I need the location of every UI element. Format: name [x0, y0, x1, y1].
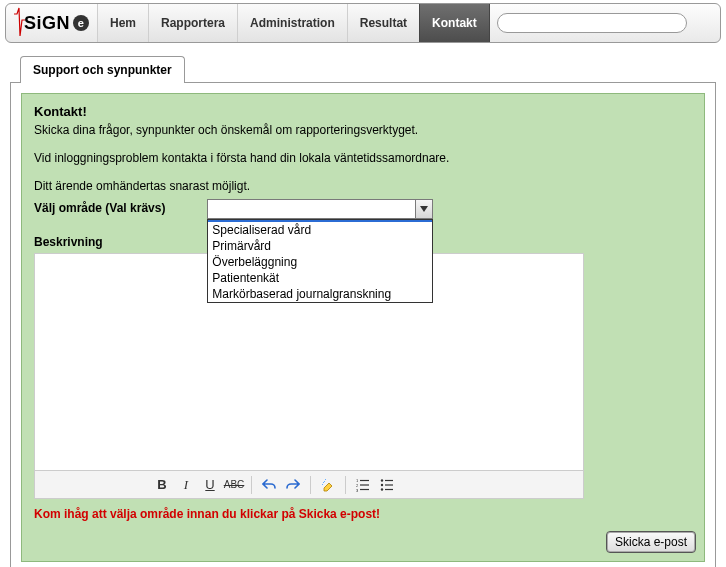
italic-button[interactable]: I — [175, 474, 197, 496]
undo-button[interactable] — [258, 474, 280, 496]
logo-pulse-icon — [12, 6, 26, 42]
nav-tab-label: Administration — [250, 16, 335, 30]
section-tab-support[interactable]: Support och synpunkter — [20, 56, 185, 83]
svg-point-10 — [381, 488, 383, 490]
area-select-wrap: Specialiserad vård Primärvård Överbelägg… — [207, 199, 433, 219]
redo-button[interactable] — [282, 474, 304, 496]
nav-tab-administration[interactable]: Administration — [237, 4, 348, 42]
undo-icon — [262, 478, 276, 492]
bold-button[interactable]: B — [151, 474, 173, 496]
area-select[interactable] — [207, 199, 433, 219]
area-label: Välj område (Val krävs) — [34, 199, 204, 215]
area-dropdown: Specialiserad vård Primärvård Överbelägg… — [207, 219, 433, 303]
editor-toolbar: B I U ABC — [34, 471, 584, 499]
area-option-markorbaserad[interactable]: Markörbaserad journalgranskning — [208, 286, 432, 302]
reminder-text: Kom ihåg att välja område innan du klick… — [34, 507, 692, 521]
svg-point-9 — [381, 483, 383, 485]
svg-point-8 — [381, 479, 383, 481]
area-row: Välj område (Val krävs) Specialiserad vå… — [34, 199, 692, 219]
send-button-label: Skicka e-post — [615, 535, 687, 549]
nav-tab-label: Resultat — [360, 16, 407, 30]
area-select-toggle[interactable] — [415, 200, 432, 218]
logo-suffix-badge: e — [73, 15, 89, 31]
content-panel: Kontakt! Skicka dina frågor, synpunkter … — [10, 82, 716, 567]
unordered-list-icon — [380, 478, 394, 492]
area-option-overbelaggning[interactable]: Överbeläggning — [208, 254, 432, 270]
area-option-specialiserad[interactable]: Specialiserad vård — [208, 222, 432, 238]
area-option-primarvard[interactable]: Primärvård — [208, 238, 432, 254]
toolbar-separator — [345, 476, 346, 494]
send-email-button[interactable]: Skicka e-post — [606, 531, 696, 553]
unordered-list-button[interactable] — [376, 474, 398, 496]
nav-tab-resultat[interactable]: Resultat — [347, 4, 420, 42]
area-option-patientenkat[interactable]: Patientenkät — [208, 270, 432, 286]
page-body: Support och synpunkter Kontakt! Skicka d… — [0, 43, 726, 567]
nav-tab-rapportera[interactable]: Rapportera — [148, 4, 238, 42]
description-label: Beskrivning — [34, 233, 204, 249]
section-tab-label: Support och synpunkter — [33, 63, 172, 77]
nav-tab-label: Hem — [110, 16, 136, 30]
contact-text-1: Skicka dina frågor, synpunkter och önske… — [34, 123, 692, 137]
underline-button[interactable]: U — [199, 474, 221, 496]
app-logo: SiGN e — [14, 4, 89, 42]
eraser-icon — [321, 478, 335, 492]
contact-heading: Kontakt! — [34, 104, 692, 119]
redo-icon — [286, 478, 300, 492]
contact-panel: Kontakt! Skicka dina frågor, synpunkter … — [21, 93, 705, 562]
clear-formatting-button[interactable] — [317, 474, 339, 496]
chevron-down-icon — [420, 206, 428, 212]
nav-tab-label: Rapportera — [161, 16, 225, 30]
svg-text:3: 3 — [356, 488, 359, 492]
contact-text-3: Ditt ärende omhändertas snarast möjligt. — [34, 179, 692, 193]
search-wrap — [497, 13, 687, 33]
top-navbar: SiGN e Hem Rapportera Administration Res… — [5, 3, 721, 43]
nav-tab-kontakt[interactable]: Kontakt — [419, 4, 490, 42]
contact-text-2: Vid inloggningsproblem kontakta i första… — [34, 151, 692, 165]
ordered-list-button[interactable]: 1 2 3 — [352, 474, 374, 496]
logo-text: SiGN — [24, 13, 70, 34]
toolbar-separator — [310, 476, 311, 494]
search-input[interactable] — [497, 13, 687, 33]
nav-tabs: Hem Rapportera Administration Resultat K… — [97, 4, 489, 42]
toolbar-separator — [251, 476, 252, 494]
ordered-list-icon: 1 2 3 — [356, 478, 370, 492]
nav-tab-hem[interactable]: Hem — [97, 4, 149, 42]
nav-tab-label: Kontakt — [432, 16, 477, 30]
strikethrough-button[interactable]: ABC — [223, 474, 245, 496]
